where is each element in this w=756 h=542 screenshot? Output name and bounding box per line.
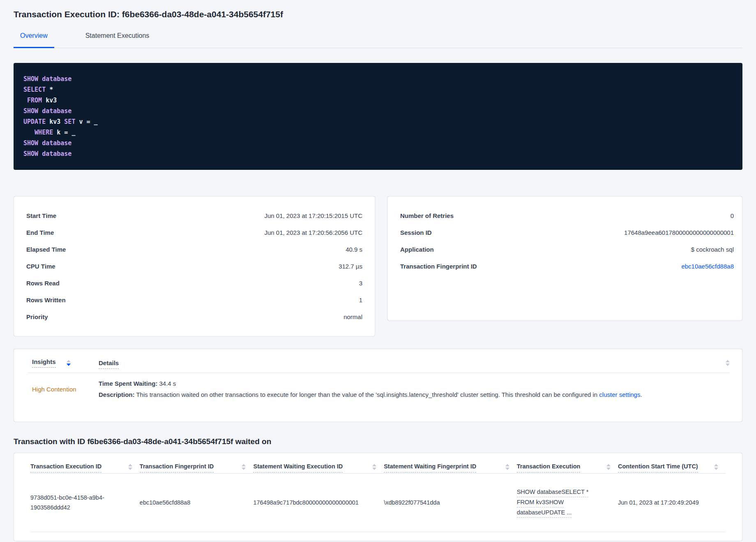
row-value: Jun 01, 2023 at 17:20:15:2015 UTC bbox=[264, 212, 362, 220]
column-header-contention-start-time: Contention Start Time (UTC) bbox=[618, 463, 726, 473]
tab-statement-executions[interactable]: Statement Executions bbox=[79, 32, 156, 48]
sql-statements-box: SHOW database SELECT * FROM kv3 SHOW dat… bbox=[14, 63, 742, 170]
row-value: 312.7 µs bbox=[339, 262, 362, 270]
row-label: Session ID bbox=[400, 229, 432, 236]
insights-header-label[interactable]: Insights bbox=[32, 358, 56, 368]
tab-overview[interactable]: Overview bbox=[14, 32, 54, 48]
transaction-execution-line[interactable]: databaseUPDATE ... bbox=[517, 507, 572, 518]
row-label: CPU Time bbox=[26, 262, 55, 270]
sort-icon[interactable] bbox=[372, 463, 376, 470]
sql-keyword: SHOW database bbox=[23, 139, 71, 147]
sql-line: UPDATE kv3 SET v = _ bbox=[23, 116, 733, 127]
details-column-header: Details bbox=[99, 359, 717, 367]
summary-row-priority: Priority normal bbox=[26, 308, 362, 325]
sql-line: SHOW database bbox=[23, 148, 733, 159]
description-label: Description: bbox=[99, 391, 135, 398]
sql-keyword: SHOW database bbox=[23, 150, 71, 158]
row-label: Elapsed Time bbox=[26, 246, 66, 253]
summary-row-rows-written: Rows Written 1 bbox=[26, 292, 362, 308]
time-spent-waiting-label: Time Spent Waiting: bbox=[99, 380, 157, 387]
column-header-label[interactable]: Statement Waiting Execution ID bbox=[253, 463, 343, 473]
sql-line: WHERE k = _ bbox=[23, 127, 733, 138]
transaction-fingerprint-link[interactable]: ebc10ae56cfd88a8 bbox=[681, 262, 734, 270]
column-header-label[interactable]: Statement Waiting Fingerprint ID bbox=[384, 463, 476, 473]
insight-row: High Contention Time Spent Waiting: 34.4… bbox=[28, 373, 730, 410]
sort-icon[interactable] bbox=[726, 360, 730, 366]
summary-row-application: Application $ cockroach sql bbox=[400, 241, 734, 258]
insights-card: Insights Details High Contention Time Sp… bbox=[14, 349, 742, 422]
summary-row-number-of-retries: Number of Retries 0 bbox=[400, 207, 734, 224]
sql-text: kv3 bbox=[42, 97, 57, 104]
sort-icon[interactable] bbox=[67, 360, 71, 366]
row-value: $ cockroach sql bbox=[691, 246, 734, 253]
waited-on-table-header: Transaction Execution ID Transaction Fin… bbox=[30, 463, 726, 474]
description-text: This transaction waited on other transac… bbox=[135, 391, 599, 398]
time-spent-waiting: Time Spent Waiting: 34.4 s bbox=[99, 380, 730, 388]
sort-icon[interactable] bbox=[606, 463, 611, 470]
cell-statement-waiting-execution-id: 176498a9c717bdc80000000000000001 bbox=[253, 498, 384, 507]
transaction-execution-line[interactable]: FROM kv3SHOW bbox=[517, 497, 564, 507]
waited-on-table-card: Transaction Execution ID Transaction Fin… bbox=[14, 453, 742, 541]
cell-contention-start-time: Jun 01, 2023 at 17:20:49:2049 bbox=[618, 498, 726, 507]
sort-icon[interactable] bbox=[242, 463, 246, 470]
row-label: Priority bbox=[26, 313, 48, 321]
insight-details: Time Spent Waiting: 34.4 s Description: … bbox=[99, 380, 730, 399]
sql-text: * bbox=[46, 86, 53, 93]
details-header-label[interactable]: Details bbox=[99, 359, 119, 369]
column-header-label[interactable]: Transaction Execution ID bbox=[30, 463, 101, 473]
sort-icon[interactable] bbox=[714, 463, 718, 470]
sql-line: SELECT * bbox=[23, 84, 733, 95]
sql-keyword: FROM bbox=[27, 97, 42, 104]
column-header-label[interactable]: Contention Start Time (UTC) bbox=[618, 463, 698, 473]
sql-line: SHOW database bbox=[23, 138, 733, 148]
cell-transaction-execution-link[interactable]: SHOW databaseSELECT * FROM kv3SHOW datab… bbox=[517, 487, 618, 518]
sql-keyword: WHERE bbox=[35, 129, 53, 136]
cluster-settings-link[interactable]: cluster settings bbox=[599, 391, 640, 398]
sql-text: k = _ bbox=[53, 129, 75, 136]
transaction-execution-line[interactable]: SHOW databaseSELECT * bbox=[517, 487, 589, 497]
row-label: Application bbox=[400, 246, 434, 253]
row-value: 0 bbox=[731, 212, 734, 220]
sql-line: SHOW database bbox=[23, 74, 733, 84]
cell-transaction-fingerprint-id: ebc10ae56cfd88a8 bbox=[140, 498, 254, 507]
sql-text bbox=[23, 129, 35, 136]
sort-icon[interactable] bbox=[505, 463, 509, 470]
summary-row-transaction-fingerprint-id: Transaction Fingerprint ID ebc10ae56cfd8… bbox=[400, 258, 734, 275]
sql-text: kv3 bbox=[46, 118, 64, 125]
insights-table-header: Insights Details bbox=[28, 358, 730, 373]
row-label: Rows Read bbox=[26, 279, 60, 287]
row-value: 1 bbox=[359, 296, 362, 304]
row-label: Number of Retries bbox=[400, 212, 454, 220]
summary-row-session-id: Session ID 17648a9eea6017800000000000000… bbox=[400, 224, 734, 241]
sql-line: SHOW database bbox=[23, 106, 733, 116]
time-spent-waiting-value: 34.4 s bbox=[157, 380, 176, 387]
column-header-label[interactable]: Transaction Fingerprint ID bbox=[140, 463, 214, 473]
table-row: 9738d051-bc0e-4158-a9b4-1903586ddd42 ebc… bbox=[30, 474, 726, 532]
row-label: Transaction Fingerprint ID bbox=[400, 262, 477, 270]
summary-row-start-time: Start Time Jun 01, 2023 at 17:20:15:2015… bbox=[26, 207, 362, 224]
sort-icon[interactable] bbox=[128, 463, 132, 470]
summary-row-cpu-time: CPU Time 312.7 µs bbox=[26, 258, 362, 275]
column-header-transaction-fingerprint-id: Transaction Fingerprint ID bbox=[140, 463, 254, 473]
insights-column-header: Insights bbox=[28, 358, 99, 368]
row-label: End Time bbox=[26, 229, 54, 236]
transaction-details-page: Transaction Execution ID: f6be6366-da03-… bbox=[0, 0, 756, 541]
column-header-transaction-execution-id: Transaction Execution ID bbox=[30, 463, 140, 473]
sql-keyword: SHOW database bbox=[23, 75, 71, 83]
row-value: 3 bbox=[359, 279, 362, 287]
page-title: Transaction Execution ID: f6be6366-da03-… bbox=[14, 9, 742, 19]
summary-row-rows-read: Rows Read 3 bbox=[26, 275, 362, 292]
tab-bar: Overview Statement Executions bbox=[14, 32, 742, 48]
description-suffix: . bbox=[640, 391, 642, 398]
sql-keyword: SELECT bbox=[23, 86, 46, 93]
column-header-transaction-execution: Transaction Execution bbox=[517, 463, 618, 473]
row-value: Jun 01, 2023 at 17:20:56:2056 UTC bbox=[264, 229, 362, 236]
summary-row-end-time: End Time Jun 01, 2023 at 17:20:56:2056 U… bbox=[26, 224, 362, 241]
summary-row-elapsed-time: Elapsed Time 40.9 s bbox=[26, 241, 362, 258]
sql-line: FROM kv3 bbox=[23, 95, 733, 106]
row-label: Start Time bbox=[26, 212, 56, 220]
column-header-label[interactable]: Transaction Execution bbox=[517, 463, 581, 473]
column-header-statement-waiting-fingerprint-id: Statement Waiting Fingerprint ID bbox=[384, 463, 517, 473]
timing-summary-card: Start Time Jun 01, 2023 at 17:20:15:2015… bbox=[14, 196, 375, 336]
session-summary-card: Number of Retries 0 Session ID 17648a9ee… bbox=[387, 196, 742, 321]
